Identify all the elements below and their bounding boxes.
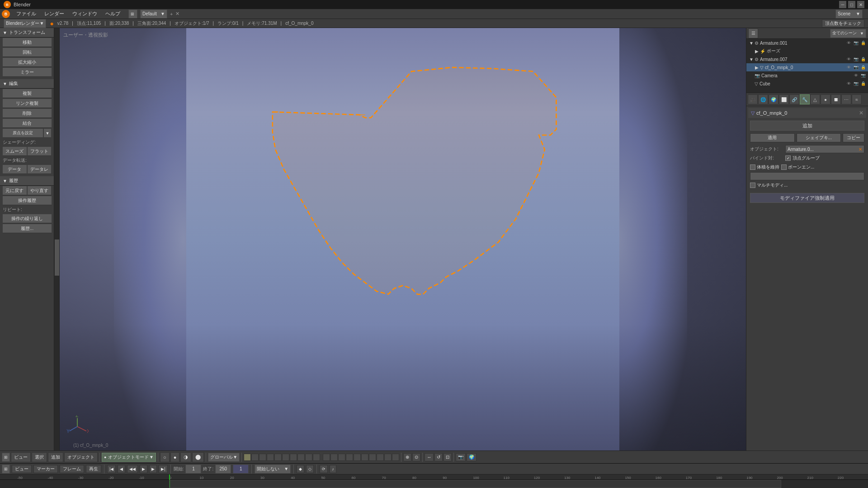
bone-env-checkbox[interactable] [781,164,787,170]
minimize-button[interactable]: ─ [839,1,846,8]
repeat-action-btn[interactable]: 操作の繰り返し [3,214,52,223]
edit-section-header[interactable]: ▼ 編集 [0,79,54,89]
camera-render-btn[interactable]: 📷 [860,72,866,79]
armature001-render-btn[interactable]: 📷 [853,40,859,46]
shape-key-btn[interactable]: シェイプキ... [797,133,841,142]
remove-keyframe-btn[interactable]: ◇ [306,465,314,473]
select-menu-btn[interactable]: 選択 [32,452,47,462]
viewport[interactable]: ユーザー・透視投影 X Z Y (1) cf_O_mnpk_0 [60,28,746,450]
scale-btn[interactable]: 拡大縮小 [3,58,52,67]
armature007-lock-btn[interactable]: 🔒 [860,56,866,62]
smooth-btn[interactable]: スムーズ [3,147,27,156]
layer-btn-11[interactable] [323,454,330,461]
particles-icon[interactable]: ⋯ [841,94,851,104]
delete-btn[interactable]: 削除 [3,109,52,118]
layout-remove-btn[interactable]: ✕ [175,11,179,17]
duplicate-btn[interactable]: 複製 [3,89,52,98]
tree-item-cube[interactable]: ▽ Cube 👁 📷 🔒 [746,80,868,88]
engine-selector[interactable]: Blenderレンダー ▼ [4,19,46,28]
world-btn-tb[interactable]: 🌍 [467,453,476,461]
tree-item-armature007[interactable]: ▼ ⚙ Armature.007 👁 📷 🔒 [746,55,868,63]
move-btn[interactable]: 移動 [3,38,52,47]
render-shading-btn[interactable]: ⬤ [192,452,204,462]
armature007-visibility-btn[interactable]: 👁 [845,56,852,62]
cf-o-mnpk-visibility-btn[interactable]: 👁 [845,64,852,70]
play-reverse-btn[interactable]: ◀◀ [127,465,138,473]
armature-selector[interactable]: Armature.0... ✕ [785,145,864,153]
cf-o-mnpk-lock-btn[interactable]: 🔒 [860,64,866,70]
layout-name-selector[interactable]: Default ▼ [140,9,167,19]
menu-help[interactable]: ヘルプ [102,9,124,18]
check-vertices-btn[interactable]: 頂点数をチェック [822,19,864,28]
tree-item-pose[interactable]: ▶ ⚡ ポーズ [746,47,868,55]
layer-btn-16[interactable] [361,454,368,461]
sync-btn[interactable]: ⟳ [320,465,328,473]
close-button[interactable]: ✕ [857,1,864,8]
menu-file[interactable]: ファイル [13,9,40,18]
scene-settings-icon[interactable]: 🌐 [758,94,768,104]
object-menu-btn[interactable]: オブジェクト [64,452,98,462]
physics-icon[interactable]: ≈ [852,94,862,104]
layer-btn-4[interactable] [267,454,274,461]
link-duplicate-btn[interactable]: リンク複製 [3,99,52,108]
jump-start-btn[interactable]: |◀ [107,465,116,473]
copy-btn[interactable]: コピー [843,133,864,142]
timeline-ruler[interactable]: -50 -40 -30 -20 -10 0 10 20 30 40 50 60 … [0,474,868,488]
timeline-icon[interactable]: ⊞ [2,465,10,474]
left-scroll[interactable] [54,28,60,450]
layer-btn-14[interactable] [346,454,353,461]
tree-item-armature001[interactable]: ▼ ⚙ Armature.001 👁 📷 🔒 [746,39,868,47]
tree-item-camera[interactable]: 📷 Camera 👁 📷 [746,71,868,80]
undo-history-btn[interactable]: 操作履歴 [3,196,52,205]
data-btn[interactable]: データ [3,165,27,174]
timeline-markers-btn[interactable]: マーカー [33,465,58,473]
data-to-btn[interactable]: データレ [28,165,52,174]
layout-add-btn[interactable]: + [170,11,173,17]
outliner-tab[interactable]: ☰ [748,28,758,38]
layer-btn-19[interactable] [384,454,392,461]
layer-btn-8[interactable] [297,454,305,461]
layout-selector[interactable]: ⊞ [128,9,137,19]
join-btn[interactable]: 結合 [3,119,52,128]
object-settings-icon[interactable]: ⬜ [779,94,789,104]
apply-btn[interactable]: 適用 [750,133,795,142]
timeline-frame-btn[interactable]: フレーム [60,465,84,473]
rotate-btn-tb[interactable]: ↺ [434,453,443,461]
camera-visibility-btn[interactable]: 👁 [853,72,859,79]
tree-item-cf-o-mnpk[interactable]: ▶ ▽ cf_O_mnpk_0 👁 📷 🔒 [746,63,868,71]
vertex-group-checkbox[interactable] [785,155,791,161]
scene-selector[interactable]: Scene ▼ [835,9,863,19]
view-menu-btn[interactable]: ビュー [11,452,31,462]
layer-btn-7[interactable] [290,454,297,461]
undo-btn[interactable]: 元に戻す [3,186,27,195]
mode-indicator[interactable]: ⊞ [2,453,10,462]
jump-end-btn[interactable]: ▶| [159,465,167,473]
transform-section-header[interactable]: ▼ トランスフォーム [0,28,54,38]
audio-btn[interactable]: ♪ [330,465,336,473]
history-section-header[interactable]: ▼ 履歴 [0,176,54,186]
layer-btn-15[interactable] [354,454,361,461]
layer-btn-20[interactable] [392,454,399,461]
end-frame-input[interactable] [215,465,231,474]
layer-btn-12[interactable] [330,454,338,461]
mirror-btn[interactable]: ミラー [3,68,52,77]
translate-btn[interactable]: ↔ [425,453,434,461]
armature001-lock-btn[interactable]: 🔒 [860,40,866,46]
timeline-view-btn[interactable]: ビュー [12,465,32,473]
start-frame-input[interactable] [185,465,201,474]
next-frame-btn[interactable]: ▶ [149,465,157,473]
scene-scope-selector[interactable]: 全てのシーン ▼ [830,29,866,38]
modifiers-icon[interactable]: 🔧 [800,94,810,104]
left-scroll-handle[interactable] [55,239,59,276]
armature001-visibility-btn[interactable]: 👁 [845,40,852,46]
repeat-history-btn[interactable]: 履歴... [3,224,52,233]
render-settings-icon[interactable]: 🎥 [748,94,758,104]
layer-btn-1[interactable] [244,454,251,461]
maximize-button[interactable]: □ [848,1,855,8]
rotate-btn[interactable]: 回転 [3,48,52,57]
props-close-btn[interactable]: ✕ [859,110,863,116]
proportional-edit-btn[interactable]: ⊙ [412,453,420,461]
add-keyframe-btn[interactable]: ◆ [297,465,304,473]
layer-btn-17[interactable] [369,454,376,461]
add-menu-btn[interactable]: 追加 [48,452,63,462]
